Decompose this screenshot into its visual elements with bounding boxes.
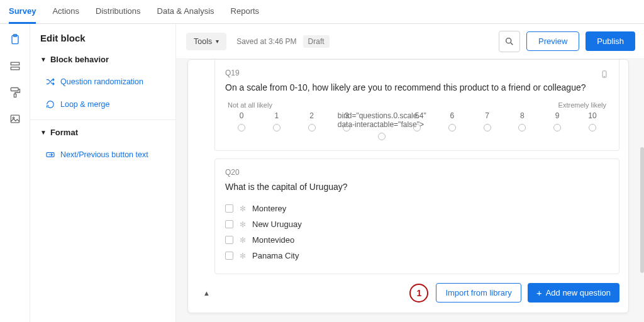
mc-option[interactable]: ✻New Uruguay	[225, 216, 609, 232]
section-heading: Block behavior	[50, 55, 109, 64]
link-question-randomization[interactable]: Question randomization	[40, 70, 165, 93]
saved-indicator: Saved at 3:46 PM	[236, 37, 296, 46]
caret-down-icon: ▼	[40, 56, 47, 63]
draft-badge: Draft	[303, 35, 330, 48]
mc-option[interactable]: ✻Monterey	[225, 201, 609, 216]
checkbox-icon	[225, 252, 233, 260]
radio-icon	[273, 124, 280, 131]
tab-reports[interactable]: Reports	[231, 0, 260, 24]
radio-icon	[308, 124, 316, 131]
search-icon	[504, 36, 514, 47]
import-from-library-button[interactable]: Import from library	[436, 283, 521, 303]
loop-icon	[45, 99, 55, 109]
block-footer: ▲ 1 Import from library + Add new questi…	[188, 274, 628, 303]
shuffle-icon	[45, 77, 55, 87]
sidebar-title: Edit block	[40, 33, 165, 43]
button-label: Add new question	[546, 288, 611, 297]
preview-button[interactable]: Preview	[526, 31, 579, 51]
radio-icon	[378, 133, 386, 140]
canvas-toolbar: Tools ▾ Saved at 3:46 PM Draft Preview P…	[176, 24, 644, 59]
question-text: On a scale from 0-10, how likely are you…	[225, 82, 609, 92]
option-label: Monterey	[252, 204, 286, 213]
nps-option[interactable]: 2	[297, 111, 327, 140]
svg-rect-4	[11, 88, 18, 91]
survey-block: Q19 On a scale from 0-10, how likely are…	[187, 59, 629, 313]
radio-icon	[448, 124, 456, 131]
collapse-block-icon[interactable]: ▲	[203, 289, 210, 297]
nps-option[interactable]: 1	[262, 111, 292, 140]
add-new-question-button[interactable]: + Add new question	[528, 283, 619, 303]
tab-survey[interactable]: Survey	[9, 0, 36, 24]
mobile-preview-icon[interactable]	[600, 69, 609, 82]
sidebar: Edit block ▼ Block behavior Question ran…	[30, 24, 176, 322]
section-block-behavior[interactable]: ▼ Block behavior	[40, 55, 165, 64]
svg-point-9	[506, 38, 511, 43]
link-loop-merge[interactable]: Loop & merge	[40, 93, 165, 116]
question-number: Q19	[225, 69, 609, 77]
question-text: What is the capital of Uruguay?	[225, 182, 609, 192]
tab-distributions[interactable]: Distributions	[96, 0, 141, 24]
top-nav: Survey Actions Distributions Data & Anal…	[0, 0, 644, 24]
svg-rect-2	[11, 62, 19, 65]
caret-down-icon: ▼	[40, 129, 47, 136]
svg-rect-3	[11, 67, 19, 70]
nps-option[interactable]: 8	[507, 111, 537, 140]
link-label: Question randomization	[60, 77, 143, 86]
nps-right-label: Extremely likely	[558, 101, 606, 109]
section-heading: Format	[50, 128, 78, 137]
nps-option[interactable]: 5	[402, 111, 432, 140]
drag-handle-icon[interactable]: ✻	[240, 220, 246, 229]
chevron-down-icon: ▾	[216, 38, 219, 45]
search-button[interactable]	[499, 31, 520, 52]
option-label: Panama City	[252, 251, 299, 260]
scroll-area[interactable]: Q19 On a scale from 0-10, how likely are…	[176, 59, 640, 322]
nav-icon	[45, 150, 55, 160]
nps-option[interactable]: 7	[472, 111, 502, 140]
svg-rect-5	[14, 94, 16, 97]
option-label: Montevideo	[252, 235, 294, 245]
annotation-callout: 1	[409, 284, 428, 303]
link-label: Next/Previous button text	[60, 150, 148, 159]
tab-actions[interactable]: Actions	[52, 0, 79, 24]
nps-option[interactable]: 9	[542, 111, 572, 140]
link-next-previous-button-text[interactable]: Next/Previous button text	[40, 143, 165, 166]
radio-icon	[518, 124, 526, 131]
tab-data-analysis[interactable]: Data & Analysis	[157, 0, 214, 24]
scrollbar[interactable]	[640, 59, 644, 322]
checkbox-icon	[225, 220, 233, 228]
nps-left-label: Not at all likely	[228, 101, 272, 109]
radio-icon	[238, 124, 245, 131]
tools-dropdown[interactable]: Tools ▾	[186, 33, 226, 50]
drag-handle-icon[interactable]: ✻	[240, 204, 246, 213]
svg-rect-6	[11, 115, 19, 123]
image-icon[interactable]	[8, 112, 22, 126]
nps-option[interactable]: bind="questions.0.scale.4" data-interact…	[367, 111, 397, 140]
link-label: Loop & merge	[60, 100, 110, 109]
checkbox-icon	[225, 204, 233, 213]
drag-handle-icon[interactable]: ✻	[240, 252, 246, 260]
radio-icon	[413, 124, 421, 131]
layout-icon[interactable]	[8, 59, 22, 73]
nps-option[interactable]: 10	[577, 111, 608, 140]
question-card-q19[interactable]: Q19 On a scale from 0-10, how likely are…	[214, 60, 619, 151]
option-label: New Uruguay	[252, 219, 302, 229]
mc-option[interactable]: ✻Montevideo	[225, 232, 609, 248]
canvas: Tools ▾ Saved at 3:46 PM Draft Preview P…	[176, 24, 644, 322]
publish-button[interactable]: Publish	[586, 31, 635, 51]
nps-option[interactable]: 0	[226, 111, 257, 140]
tools-label: Tools	[194, 37, 212, 46]
plus-icon: +	[536, 288, 542, 297]
mc-option[interactable]: ✻Panama City	[225, 248, 609, 264]
section-format[interactable]: ▼ Format	[40, 128, 165, 137]
question-card-q20[interactable]: Q20 What is the capital of Uruguay? ✻Mon…	[214, 158, 619, 274]
clipboard-icon[interactable]	[8, 33, 22, 47]
radio-icon	[589, 124, 596, 131]
radio-icon	[484, 124, 491, 131]
scrollbar-thumb[interactable]	[640, 147, 644, 273]
nps-option[interactable]: 6	[437, 111, 467, 140]
question-number: Q20	[225, 168, 609, 177]
radio-icon	[553, 124, 561, 131]
left-rail	[0, 24, 30, 322]
paintroller-icon[interactable]	[8, 86, 22, 99]
drag-handle-icon[interactable]: ✻	[240, 236, 246, 245]
